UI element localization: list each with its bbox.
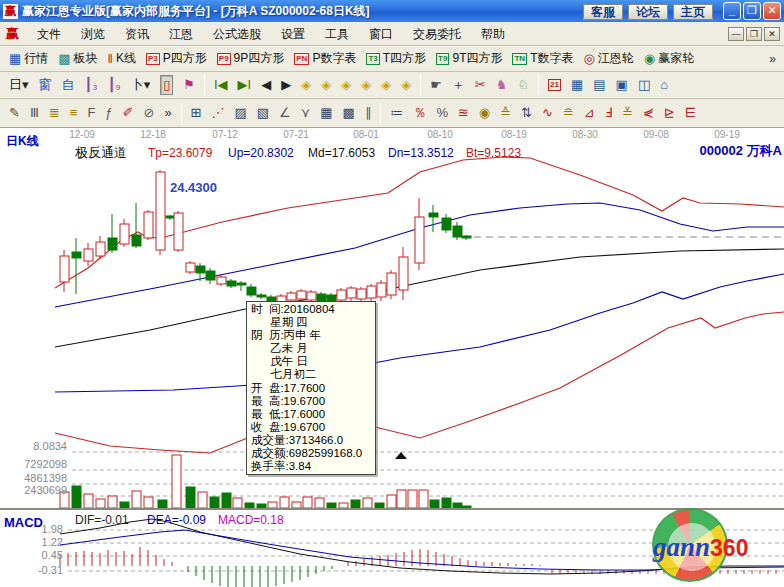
angle-tool[interactable]: ∠ [274,102,296,124]
next-bar-button[interactable]: ▶ [276,74,296,96]
quotes-button-label: 行情 [24,50,48,67]
parallel-lines-tool[interactable]: ∥ [360,102,377,124]
lung-tool[interactable]: ♘ [512,74,534,96]
calendar-tool[interactable]: 21 [543,74,566,96]
maximize-button[interactable]: ❐ [743,2,761,20]
wave-levels-tool[interactable]: ≊ [453,102,474,124]
dense-grid-tool[interactable]: ▩ [338,102,360,124]
crosshair-tool[interactable]: ＋ [447,74,470,96]
box-tool[interactable]: ⊞ [186,102,207,124]
more-draw-chevron[interactable]: » [159,102,176,124]
close-button[interactable]: ✕ [763,2,781,20]
j-angle-tool[interactable]: ⊿ [579,102,600,124]
bars3-tool-icon: ┃₃ [85,76,98,94]
t9-square-button[interactable]: T99T四方形 [431,48,507,70]
auto-tool[interactable]: 自 [57,74,80,96]
bars9-tool[interactable]: ┃₉ [103,74,126,96]
percent-red-tool[interactable]: ％ [408,102,431,124]
diamond-right-button[interactable]: ◈ [316,74,336,96]
kline-button[interactable]: ‖K线 [103,48,141,70]
gann-wheel-button[interactable]: ◎江恩轮 [578,48,638,70]
bars3-tool[interactable]: ┃₃ [80,74,103,96]
p9-square-button[interactable]: P99P四方形 [212,48,289,70]
diamond-expand-button[interactable]: ◈ [336,74,356,96]
macd-axis-label: 0.45 [42,549,63,561]
red-pen-tool[interactable]: ✐ [118,102,139,124]
menu-item-4[interactable]: 公式选股 [203,24,271,44]
hatch-box2-tool[interactable]: ▧ [252,102,274,124]
first-bar-button[interactable]: І◀ [209,74,233,96]
grid-lines-tool[interactable]: Ⅲ [25,102,44,124]
sectors-button-icon: ▩ [58,50,70,68]
candle-style-tool[interactable]: ▯ [155,74,178,96]
calculator-tool[interactable]: ▦ [566,74,588,96]
gold-line-tool[interactable]: ≘ [558,102,579,124]
gold-grid2-tool[interactable]: ≡ [65,102,83,124]
brain-tool[interactable]: ♞ [491,74,513,96]
menu-item-7[interactable]: 窗口 [359,24,403,44]
diamond-compress-v-button[interactable]: ◈ [396,74,416,96]
cut-tool[interactable]: ✂ [470,74,491,96]
wave-tool[interactable]: ∿ [537,102,558,124]
mdi-minimize-button[interactable]: — [728,27,744,41]
pen-tool[interactable]: ✎ [4,102,25,124]
fan-lines-tool[interactable]: ⋰ [207,102,230,124]
t-digit-table-button[interactable]: TNT数字表 [507,48,578,70]
fibonacci-tool[interactable]: F [82,102,100,124]
menu-item-5[interactable]: 设置 [271,24,315,44]
quotes-button[interactable]: ▦行情 [4,48,53,70]
save-tool[interactable]: ▣ [611,74,633,96]
menu-item-2[interactable]: 资讯 [115,24,159,44]
mdi-restore-button[interactable]: ❐ [746,27,762,41]
titlebar-link-1[interactable]: 论坛 [628,4,668,20]
prev-bar-button[interactable]: ◀ [256,74,276,96]
pitchfork-tool[interactable]: ⋿ [680,102,701,124]
menu-item-0[interactable]: 文件 [27,24,71,44]
menu-item-9[interactable]: 帮助 [471,24,515,44]
mdi-close-button[interactable]: ✕ [764,27,780,41]
trend-box-tool[interactable]: ⊵ [659,102,680,124]
arc-tool[interactable]: ƒ [100,102,117,124]
speed-line-tool[interactable]: ⋞ [638,102,659,124]
gold-angle-tool[interactable]: ≚ [617,102,638,124]
menu-item-1[interactable]: 浏览 [71,24,115,44]
chart-window-tool[interactable]: 窗 [34,74,57,96]
menu-item-8[interactable]: 交易委托 [403,24,471,44]
zigzag-tool[interactable]: ⋎ [296,102,316,124]
hand-tool[interactable]: ☛ [425,74,447,96]
levels-tool[interactable]: ≔ [385,102,408,124]
last-bar-button[interactable]: ▶І [233,74,257,96]
winner-wheel-button[interactable]: ◉赢家轮 [639,48,699,70]
diamond-left-button[interactable]: ◈ [296,74,316,96]
period-day-selector[interactable]: 日▾ [4,74,34,96]
flag-tool[interactable]: ⚑ [178,74,200,96]
workstation-tool[interactable]: ⌂ [655,74,673,96]
f-angle-tool[interactable]: Ⅎ [600,102,617,124]
minimize-button[interactable]: _ [723,2,741,20]
t-square-button[interactable]: T3T四方形 [361,48,431,70]
gold-circle-tool[interactable]: ◉ [474,102,495,124]
sectors-button[interactable]: ▩板块 [53,48,102,70]
gold-grid-tool[interactable]: ≣ [44,102,65,124]
toolbar-overflow-chevron[interactable]: » [765,52,780,66]
report-tool[interactable]: ▤ [588,74,610,96]
percent-tool[interactable]: % [431,102,453,124]
grid-box-tool[interactable]: ▦ [315,102,337,124]
p-digit-table-button[interactable]: PNP数字表 [289,48,361,70]
updown-tool[interactable]: ⇅ [516,102,537,124]
menu-item-3[interactable]: 江恩 [159,24,203,44]
export-tool[interactable]: ◫ [633,74,655,96]
grid-lines-tool-icon: Ⅲ [30,104,39,122]
titlebar-link-0[interactable]: 客服 [583,4,623,20]
stock-code-label: 000002 万科A [700,143,783,158]
diamond-expand-v-button[interactable]: ◈ [376,74,396,96]
diamond-compress-button[interactable]: ◈ [356,74,376,96]
menu-item-6[interactable]: 工具 [315,24,359,44]
gann360-logo-icon [652,508,728,582]
gold-levels-tool[interactable]: ≙ [495,102,516,124]
hatch-box-tool[interactable]: ▨ [230,102,252,124]
pointer-selector[interactable]: 卜▾ [126,74,156,96]
p-square-button[interactable]: P3P四方形 [141,48,212,70]
titlebar-link-2[interactable]: 主页 [673,4,713,20]
cycle-tool[interactable]: ⊘ [138,102,159,124]
